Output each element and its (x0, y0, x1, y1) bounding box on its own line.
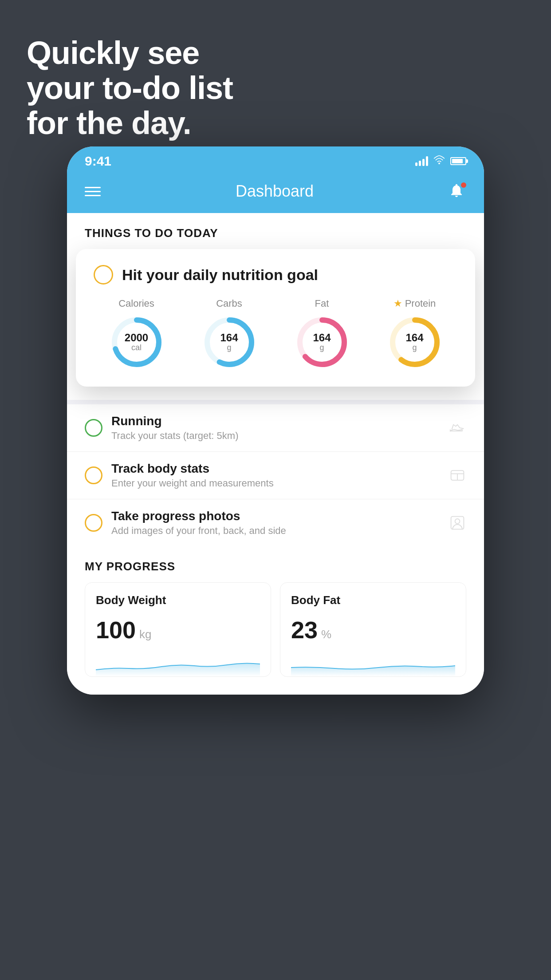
hero-line3: for the day. (27, 106, 233, 141)
progress-heading: MY PROGRESS (85, 560, 466, 573)
carbs-donut: 164 g (203, 316, 256, 369)
nutrition-popup-card: Hit your daily nutrition goal Calories (76, 249, 475, 387)
todo-item-running[interactable]: Running Track your stats (target: 5km) (67, 404, 484, 452)
body-weight-title: Body Weight (96, 593, 260, 607)
body-weight-value: 100 (96, 616, 136, 644)
calories-value: 2000 (125, 332, 148, 344)
nutrition-carbs: Carbs 164 g (186, 298, 272, 369)
carbs-label: Carbs (216, 298, 242, 309)
app-header: Dashboard (67, 173, 484, 213)
main-content: THINGS TO DO TODAY Hit your daily nutrit… (67, 213, 484, 400)
notification-dot (461, 182, 466, 188)
nutrition-protein: ★ Protein 164 g (372, 298, 457, 369)
header-title: Dashboard (236, 182, 314, 201)
fat-value: 164 (313, 332, 331, 344)
todo-item-photos[interactable]: Take progress photos Add images of your … (67, 499, 484, 546)
todo-circle-running (85, 419, 102, 437)
fat-donut: 164 g (295, 316, 349, 369)
svg-point-12 (455, 519, 460, 524)
protein-label: ★ Protein (394, 298, 436, 309)
nutrition-checkbox[interactable] (94, 265, 113, 285)
body-weight-chart (96, 654, 260, 676)
section-heading-today: THINGS TO DO TODAY (85, 226, 466, 240)
shoe-icon (449, 419, 466, 437)
scale-icon (449, 466, 466, 484)
hamburger-menu[interactable] (85, 187, 101, 196)
calories-label: Calories (118, 298, 154, 309)
body-fat-title: Body Fat (291, 593, 455, 607)
nutrition-grid: Calories 2000 cal (94, 298, 457, 369)
protein-donut: 164 g (388, 316, 441, 369)
carbs-value: 164 (220, 332, 238, 344)
fat-label: Fat (315, 298, 329, 309)
todo-circle-body-stats (85, 466, 102, 484)
calories-donut: 2000 cal (110, 316, 163, 369)
todo-title-running: Running (111, 414, 440, 428)
status-icons (415, 155, 466, 167)
todo-title-photos: Take progress photos (111, 509, 440, 523)
notification-bell-icon[interactable] (449, 182, 466, 200)
nutrition-goal-title: Hit your daily nutrition goal (122, 266, 318, 284)
todo-subtitle-body-stats: Enter your weight and measurements (111, 478, 440, 489)
nutrition-fat: Fat 164 g (279, 298, 365, 369)
status-bar: 9:41 (67, 146, 484, 173)
progress-cards: Body Weight 100 kg (85, 582, 466, 677)
protein-value: 164 (405, 332, 423, 344)
todo-circle-photos (85, 514, 102, 532)
popup-title-row: Hit your daily nutrition goal (94, 265, 457, 285)
body-weight-card[interactable]: Body Weight 100 kg (85, 582, 271, 677)
star-icon: ★ (394, 298, 402, 309)
todo-subtitle-running: Track your stats (target: 5km) (111, 430, 440, 442)
todo-subtitle-photos: Add images of your front, back, and side (111, 525, 440, 537)
nutrition-calories: Calories 2000 cal (94, 298, 179, 369)
progress-section: MY PROGRESS Body Weight 100 kg (67, 546, 484, 695)
hero-line2: your to-do list (27, 71, 233, 106)
wifi-icon (433, 155, 445, 167)
hero-text: Quickly see your to-do list for the day. (27, 36, 233, 141)
body-fat-chart (291, 654, 455, 676)
todo-list: Running Track your stats (target: 5km) T… (67, 404, 484, 546)
body-fat-value: 23 (291, 616, 318, 644)
phone: 9:41 (67, 146, 484, 695)
body-fat-unit: % (321, 628, 331, 641)
body-weight-unit: kg (139, 628, 151, 641)
status-time: 9:41 (85, 154, 111, 169)
todo-item-body-stats[interactable]: Track body stats Enter your weight and m… (67, 452, 484, 499)
hero-line1: Quickly see (27, 36, 233, 71)
body-fat-card[interactable]: Body Fat 23 % (280, 582, 466, 677)
person-icon (449, 514, 466, 532)
phone-wrapper: 9:41 (67, 146, 484, 695)
todo-title-body-stats: Track body stats (111, 462, 440, 476)
battery-icon (450, 157, 466, 165)
signal-bars-icon (415, 156, 428, 166)
